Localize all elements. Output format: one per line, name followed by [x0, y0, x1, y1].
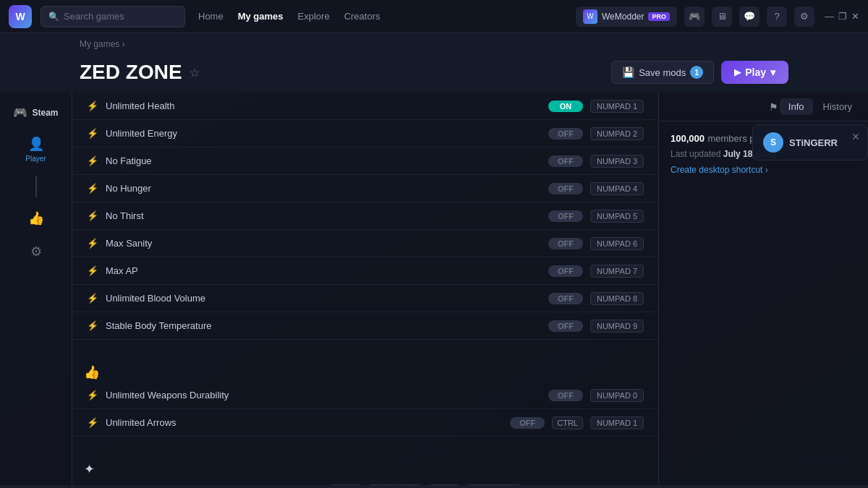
flag-icon: ⚑ — [769, 101, 778, 113]
breadcrumb: My games › — [0, 33, 868, 55]
tab-info[interactable]: Info — [780, 98, 813, 115]
mod-name-no-hunger: No Hunger — [106, 183, 541, 194]
lightning-icon: ⚡ — [87, 210, 98, 221]
create-shortcut-link[interactable]: Create desktop shortcut › — [671, 165, 856, 175]
sidebar-item-thumbsup[interactable]: 👍 — [0, 205, 72, 232]
nav-links: Home My games Explore Creators — [198, 11, 380, 22]
key-numpad1-arrows: NUMPAD 1 — [590, 416, 644, 429]
toggle-unlimited-energy[interactable]: OFF — [548, 128, 583, 140]
toggle-no-thirst[interactable]: OFF — [548, 210, 583, 222]
speed-section-icon: ✦ — [84, 461, 95, 477]
sidebar-player-label: Player — [25, 155, 46, 163]
key-numpad7: NUMPAD 7 — [590, 265, 644, 278]
lightning-icon: ⚡ — [87, 265, 98, 276]
lightning-icon: ⚡ — [87, 155, 98, 166]
header-right: 💾 Save mods 1 ▶ Play ▾ — [611, 61, 788, 84]
nav-right: W WeModder PRO 🎮 🖥 💬 ? ⚙ — ❐ ✕ — [576, 7, 859, 27]
controller-icon-btn[interactable]: 🎮 — [684, 7, 705, 27]
mod-name-stable-temp: Stable Body Temperature — [106, 320, 541, 331]
monitor-icon-btn[interactable]: 🖥 — [712, 7, 732, 27]
lightning-icon: ⚡ — [87, 100, 98, 111]
help-icon-btn[interactable]: ? — [767, 7, 787, 27]
nav-explore[interactable]: Explore — [298, 11, 330, 22]
mod-name-unlimited-health: Unlimited Health — [106, 100, 541, 111]
key-ctrl-speed1: CTRL — [330, 484, 361, 485]
mod-row-no-fatigue: ⚡ No Fatigue OFF NUMPAD 3 — [72, 147, 658, 175]
toggle-unlimited-weapons[interactable]: OFF — [548, 390, 583, 401]
game-title: ZED ZONE — [80, 61, 182, 84]
search-icon: 🔍 — [48, 12, 59, 22]
breadcrumb-separator: › — [122, 39, 125, 49]
mod-row-unlimited-weapons: ⚡ Unlimited Weapons Durability OFF NUMPA… — [72, 382, 658, 409]
lightning-icon: ⚡ — [87, 128, 98, 139]
mod-row-max-ap: ⚡ Max AP OFF NUMPAD 7 — [72, 257, 658, 285]
toggle-unlimited-blood[interactable]: OFF — [548, 293, 583, 304]
nav-home[interactable]: Home — [198, 11, 224, 22]
mod-name-unlimited-energy: Unlimited Energy — [106, 128, 541, 139]
info-tabs: ⚑ Info History — [659, 93, 868, 121]
steam-icon: 🎮 — [13, 106, 27, 120]
window-controls: — ❐ ✕ — [825, 11, 859, 22]
left-sidebar: 🎮 Steam 👤 Player 👍 ⚙ — [0, 93, 72, 485]
maximize-btn[interactable]: ❐ — [838, 11, 847, 22]
toggle-max-sanity[interactable]: OFF — [548, 238, 583, 249]
nav-my-games[interactable]: My games — [238, 11, 284, 22]
tab-history[interactable]: History — [814, 98, 861, 115]
members-count: 100,000 — [671, 133, 705, 144]
speed-section-gap — [72, 437, 658, 458]
save-mods-button[interactable]: 💾 Save mods 1 — [611, 61, 714, 84]
mod-row-unlimited-blood: ⚡ Unlimited Blood Volume OFF NUMPAD 8 — [72, 285, 658, 312]
toggle-stable-temp[interactable]: OFF — [548, 320, 583, 332]
username-label: STiNGERR — [789, 137, 838, 148]
settings-icon-btn[interactable]: ⚙ — [794, 7, 814, 27]
key-numpad0: NUMPAD 0 — [590, 389, 644, 402]
save-count-badge: 1 — [690, 66, 703, 79]
key-numpad9: NUMPAD 9 — [590, 320, 644, 333]
search-input: Search games — [64, 11, 124, 22]
search-box[interactable]: 🔍 Search games — [41, 6, 185, 27]
key-ctrl-speed2: CTRL — [429, 484, 460, 485]
steam-label: Steam — [32, 108, 58, 118]
toggle-max-ap[interactable]: OFF — [548, 265, 583, 277]
wemodder-name: WeModder — [602, 12, 644, 22]
toggle-unlimited-health[interactable]: ON — [548, 100, 583, 112]
play-icon: ▶ — [734, 67, 741, 77]
topnav: W 🔍 Search games Home My games Explore C… — [0, 0, 868, 33]
mod-row-no-thirst: ⚡ No Thirst OFF NUMPAD 5 — [72, 202, 658, 230]
lightning-icon: ⚡ — [87, 183, 98, 194]
toggle-unlimited-arrows[interactable]: OFF — [510, 417, 545, 429]
mod-row-unlimited-health: ⚡ Unlimited Health ON NUMPAD 1 — [72, 93, 658, 120]
minimize-btn[interactable]: — — [825, 11, 834, 22]
nav-creators[interactable]: Creators — [344, 11, 380, 22]
steam-platform-area: 🎮 Steam — [0, 101, 72, 124]
key-numpad1: NUMPAD 1 — [590, 100, 644, 113]
breadcrumb-parent[interactable]: My games — [80, 39, 119, 49]
mod-name-no-fatigue: No Fatigue — [106, 155, 541, 166]
play-button[interactable]: ▶ Play ▾ — [721, 61, 788, 84]
favorite-star-btn[interactable]: ☆ — [190, 66, 200, 80]
right-panel: ⚑ Info History ✕ S STiNGERR 100,000 memb… — [658, 93, 868, 485]
toggle-no-fatigue[interactable]: OFF — [548, 155, 583, 167]
save-mods-label: Save mods — [639, 67, 686, 78]
key-numpad2-speed: NUMPAD 2 — [467, 484, 521, 485]
toggle-no-hunger[interactable]: OFF — [548, 183, 583, 194]
logo-icon[interactable]: W — [9, 5, 32, 28]
user-popup: ✕ S STiNGERR — [752, 124, 868, 160]
set-game-speed-row: ⚡ Set Game Speed 100 CTRL NUMPAD 3 CTRL … — [72, 479, 658, 485]
pro-badge: PRO — [648, 12, 670, 21]
close-btn[interactable]: ✕ — [851, 11, 859, 22]
sidebar-item-crosshair[interactable]: ⚙ — [0, 238, 72, 265]
mod-name-no-thirst: No Thirst — [106, 210, 541, 221]
mod-row-max-sanity: ⚡ Max Sanity OFF NUMPAD 6 — [72, 230, 658, 257]
key-numpad6: NUMPAD 6 — [590, 237, 644, 250]
player-mods-section: ⚡ Unlimited Health ON NUMPAD 1 ⚡ Unlimit… — [72, 93, 658, 485]
close-popup-btn[interactable]: ✕ — [851, 131, 860, 142]
game-title-row: ZED ZONE ☆ — [80, 61, 200, 84]
discord-icon-btn[interactable]: 💬 — [739, 7, 760, 27]
mod-name-unlimited-arrows: Unlimited Arrows — [106, 417, 503, 428]
wemodder-badge[interactable]: W WeModder PRO — [576, 7, 677, 27]
thumbsup-icon: 👍 — [28, 210, 44, 226]
info-content: 100,000 members play this Last updated J… — [659, 121, 868, 485]
save-icon: 💾 — [622, 67, 634, 78]
sidebar-item-player[interactable]: 👤 Player — [0, 130, 72, 168]
